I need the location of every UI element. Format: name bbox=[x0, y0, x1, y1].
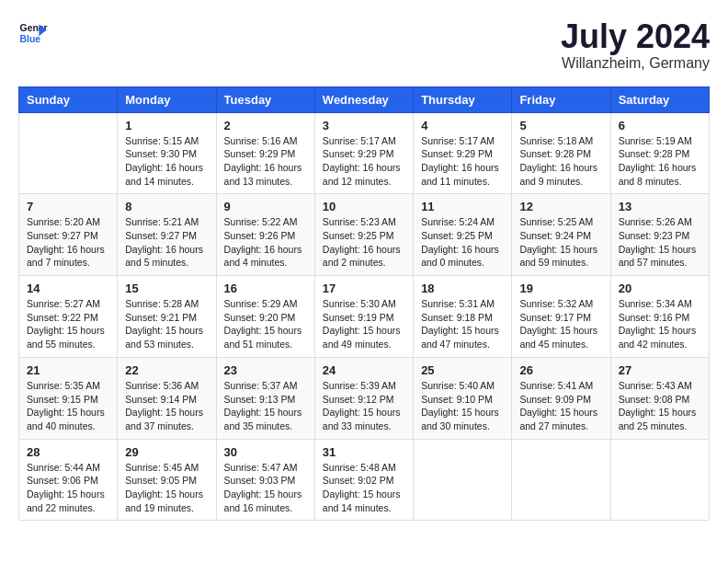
month-title: July 2024 bbox=[561, 18, 710, 55]
calendar-cell: 24Sunrise: 5:39 AM Sunset: 9:12 PM Dayli… bbox=[314, 357, 413, 439]
day-number: 23 bbox=[224, 363, 307, 377]
day-number: 8 bbox=[125, 200, 208, 213]
calendar-cell: 30Sunrise: 5:47 AM Sunset: 9:03 PM Dayli… bbox=[216, 439, 314, 521]
day-info: Sunrise: 5:43 AM Sunset: 9:08 PM Dayligh… bbox=[619, 379, 701, 433]
day-info: Sunrise: 5:17 AM Sunset: 9:29 PM Dayligh… bbox=[323, 134, 405, 189]
calendar-cell: 6Sunrise: 5:19 AM Sunset: 9:28 PM Daylig… bbox=[610, 112, 709, 194]
calendar-cell: 22Sunrise: 5:36 AM Sunset: 9:14 PM Dayli… bbox=[118, 357, 216, 439]
calendar-cell: 5Sunrise: 5:18 AM Sunset: 9:28 PM Daylig… bbox=[512, 112, 610, 194]
calendar-cell: 21Sunrise: 5:35 AM Sunset: 9:15 PM Dayli… bbox=[19, 357, 118, 439]
day-info: Sunrise: 5:18 AM Sunset: 9:28 PM Dayligh… bbox=[519, 134, 602, 189]
calendar-cell: 29Sunrise: 5:45 AM Sunset: 9:05 PM Dayli… bbox=[118, 439, 216, 521]
day-info: Sunrise: 5:26 AM Sunset: 9:23 PM Dayligh… bbox=[619, 215, 701, 270]
week-row-1: 1Sunrise: 5:15 AM Sunset: 9:30 PM Daylig… bbox=[19, 112, 710, 194]
calendar-cell: 9Sunrise: 5:22 AM Sunset: 9:26 PM Daylig… bbox=[216, 194, 314, 276]
day-number: 20 bbox=[619, 282, 701, 295]
page-header: General Blue July 2024 Willanzheim, Germ… bbox=[18, 18, 710, 72]
day-number: 2 bbox=[224, 119, 307, 132]
calendar-cell: 10Sunrise: 5:23 AM Sunset: 9:25 PM Dayli… bbox=[314, 194, 413, 276]
day-info: Sunrise: 5:24 AM Sunset: 9:25 PM Dayligh… bbox=[421, 215, 504, 270]
day-number: 3 bbox=[323, 119, 405, 132]
week-row-5: 28Sunrise: 5:44 AM Sunset: 9:06 PM Dayli… bbox=[19, 439, 710, 521]
calendar-cell: 23Sunrise: 5:37 AM Sunset: 9:13 PM Dayli… bbox=[216, 357, 314, 439]
weekday-header-row: SundayMondayTuesdayWednesdayThursdayFrid… bbox=[19, 86, 710, 112]
day-number: 31 bbox=[323, 445, 405, 459]
day-info: Sunrise: 5:45 AM Sunset: 9:05 PM Dayligh… bbox=[125, 461, 208, 515]
day-info: Sunrise: 5:17 AM Sunset: 9:29 PM Dayligh… bbox=[421, 134, 504, 189]
day-number: 15 bbox=[125, 282, 208, 295]
day-number: 22 bbox=[125, 363, 208, 377]
calendar-cell: 25Sunrise: 5:40 AM Sunset: 9:10 PM Dayli… bbox=[414, 357, 512, 439]
day-info: Sunrise: 5:34 AM Sunset: 9:16 PM Dayligh… bbox=[619, 297, 701, 351]
day-info: Sunrise: 5:32 AM Sunset: 9:17 PM Dayligh… bbox=[519, 297, 602, 351]
day-number: 16 bbox=[224, 282, 307, 295]
title-block: July 2024 Willanzheim, Germany bbox=[561, 18, 710, 72]
day-number: 24 bbox=[323, 363, 405, 377]
day-info: Sunrise: 5:41 AM Sunset: 9:09 PM Dayligh… bbox=[519, 379, 602, 433]
day-info: Sunrise: 5:21 AM Sunset: 9:27 PM Dayligh… bbox=[125, 215, 208, 270]
calendar-cell: 19Sunrise: 5:32 AM Sunset: 9:17 PM Dayli… bbox=[512, 276, 610, 358]
calendar-cell: 11Sunrise: 5:24 AM Sunset: 9:25 PM Dayli… bbox=[414, 194, 512, 276]
calendar-cell: 4Sunrise: 5:17 AM Sunset: 9:29 PM Daylig… bbox=[414, 112, 512, 194]
calendar-cell: 17Sunrise: 5:30 AM Sunset: 9:19 PM Dayli… bbox=[314, 276, 413, 358]
logo: General Blue bbox=[18, 18, 48, 48]
calendar-table: SundayMondayTuesdayWednesdayThursdayFrid… bbox=[18, 86, 710, 522]
day-info: Sunrise: 5:15 AM Sunset: 9:30 PM Dayligh… bbox=[125, 134, 208, 189]
day-number: 1 bbox=[125, 119, 208, 132]
day-info: Sunrise: 5:35 AM Sunset: 9:15 PM Dayligh… bbox=[27, 379, 109, 433]
calendar-cell: 14Sunrise: 5:27 AM Sunset: 9:22 PM Dayli… bbox=[19, 276, 118, 358]
day-number: 30 bbox=[224, 445, 307, 459]
day-info: Sunrise: 5:37 AM Sunset: 9:13 PM Dayligh… bbox=[224, 379, 307, 433]
day-info: Sunrise: 5:30 AM Sunset: 9:19 PM Dayligh… bbox=[323, 297, 405, 351]
calendar-cell bbox=[512, 439, 610, 521]
day-info: Sunrise: 5:20 AM Sunset: 9:27 PM Dayligh… bbox=[27, 215, 109, 270]
calendar-cell: 8Sunrise: 5:21 AM Sunset: 9:27 PM Daylig… bbox=[118, 194, 216, 276]
weekday-header-wednesday: Wednesday bbox=[314, 86, 413, 112]
calendar-cell bbox=[19, 112, 118, 194]
day-number: 29 bbox=[125, 445, 208, 459]
day-number: 28 bbox=[27, 445, 109, 459]
week-row-3: 14Sunrise: 5:27 AM Sunset: 9:22 PM Dayli… bbox=[19, 276, 710, 358]
calendar-cell bbox=[610, 439, 709, 521]
day-info: Sunrise: 5:29 AM Sunset: 9:20 PM Dayligh… bbox=[224, 297, 307, 351]
day-number: 10 bbox=[323, 200, 405, 213]
day-info: Sunrise: 5:44 AM Sunset: 9:06 PM Dayligh… bbox=[27, 461, 109, 515]
calendar-cell: 12Sunrise: 5:25 AM Sunset: 9:24 PM Dayli… bbox=[512, 194, 610, 276]
weekday-header-thursday: Thursday bbox=[414, 86, 512, 112]
day-number: 4 bbox=[421, 119, 504, 132]
calendar-cell: 28Sunrise: 5:44 AM Sunset: 9:06 PM Dayli… bbox=[19, 439, 118, 521]
location: Willanzheim, Germany bbox=[561, 55, 710, 72]
day-info: Sunrise: 5:27 AM Sunset: 9:22 PM Dayligh… bbox=[27, 297, 109, 351]
day-number: 12 bbox=[519, 200, 602, 213]
day-number: 19 bbox=[519, 282, 602, 295]
week-row-2: 7Sunrise: 5:20 AM Sunset: 9:27 PM Daylig… bbox=[19, 194, 710, 276]
calendar-cell: 3Sunrise: 5:17 AM Sunset: 9:29 PM Daylig… bbox=[314, 112, 413, 194]
weekday-header-saturday: Saturday bbox=[610, 86, 709, 112]
logo-icon: General Blue bbox=[18, 18, 48, 48]
day-number: 14 bbox=[27, 282, 109, 295]
calendar-cell: 1Sunrise: 5:15 AM Sunset: 9:30 PM Daylig… bbox=[118, 112, 216, 194]
day-info: Sunrise: 5:36 AM Sunset: 9:14 PM Dayligh… bbox=[125, 379, 208, 433]
day-info: Sunrise: 5:19 AM Sunset: 9:28 PM Dayligh… bbox=[619, 134, 701, 189]
day-info: Sunrise: 5:39 AM Sunset: 9:12 PM Dayligh… bbox=[323, 379, 405, 433]
day-info: Sunrise: 5:40 AM Sunset: 9:10 PM Dayligh… bbox=[421, 379, 504, 433]
weekday-header-friday: Friday bbox=[512, 86, 610, 112]
calendar-cell bbox=[414, 439, 512, 521]
day-number: 11 bbox=[421, 200, 504, 213]
calendar-cell: 18Sunrise: 5:31 AM Sunset: 9:18 PM Dayli… bbox=[414, 276, 512, 358]
day-info: Sunrise: 5:16 AM Sunset: 9:29 PM Dayligh… bbox=[224, 134, 307, 189]
weekday-header-monday: Monday bbox=[118, 86, 216, 112]
calendar-cell: 27Sunrise: 5:43 AM Sunset: 9:08 PM Dayli… bbox=[610, 357, 709, 439]
weekday-header-sunday: Sunday bbox=[19, 86, 118, 112]
svg-text:Blue: Blue bbox=[20, 34, 41, 44]
calendar-cell: 31Sunrise: 5:48 AM Sunset: 9:02 PM Dayli… bbox=[314, 439, 413, 521]
calendar-cell: 20Sunrise: 5:34 AM Sunset: 9:16 PM Dayli… bbox=[610, 276, 709, 358]
day-info: Sunrise: 5:48 AM Sunset: 9:02 PM Dayligh… bbox=[323, 461, 405, 515]
calendar-cell: 13Sunrise: 5:26 AM Sunset: 9:23 PM Dayli… bbox=[610, 194, 709, 276]
day-info: Sunrise: 5:28 AM Sunset: 9:21 PM Dayligh… bbox=[125, 297, 208, 351]
day-number: 26 bbox=[519, 363, 602, 377]
day-info: Sunrise: 5:23 AM Sunset: 9:25 PM Dayligh… bbox=[323, 215, 405, 270]
calendar-cell: 26Sunrise: 5:41 AM Sunset: 9:09 PM Dayli… bbox=[512, 357, 610, 439]
weekday-header-tuesday: Tuesday bbox=[216, 86, 314, 112]
calendar-cell: 16Sunrise: 5:29 AM Sunset: 9:20 PM Dayli… bbox=[216, 276, 314, 358]
